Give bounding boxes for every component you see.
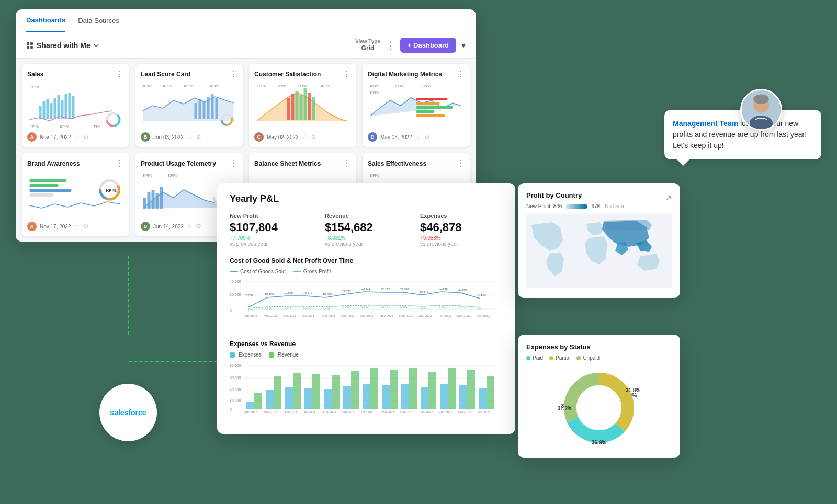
card-menu-csat[interactable]: ⋮ xyxy=(343,69,351,79)
card-date-digital: May 03, 2022 xyxy=(380,134,412,140)
star-icon-sales[interactable]: ☆ xyxy=(74,133,80,141)
gear-icon-digital[interactable]: ⚙ xyxy=(424,133,430,141)
card-menu-sales-eff[interactable]: ⋮ xyxy=(456,158,465,168)
svg-rect-143 xyxy=(382,385,390,409)
paid-dot xyxy=(526,356,530,360)
card-date-lead: Jun 03, 2022 xyxy=(153,134,184,140)
card-digital-mktg: Digital Marketing Metrics ⋮ KPI% KPI% KP… xyxy=(363,64,470,147)
card-footer-sales: A Nov 17, 2022 ☆ ⚙ xyxy=(27,132,124,142)
exp-rev-chart-title: Expenses vs Revenue xyxy=(230,340,503,348)
svg-text:May-2021: May-2021 xyxy=(264,410,278,413)
expand-icon[interactable]: ↗ xyxy=(665,193,672,202)
svg-rect-55 xyxy=(416,110,435,113)
mini-chart-lead: KPI% KPI% KPI% KPI% xyxy=(141,82,237,129)
gear-icon-product[interactable]: ⚙ xyxy=(196,223,201,230)
svg-rect-72 xyxy=(160,187,163,209)
avatar-sales: A xyxy=(27,132,37,142)
card-customer-sat: Customer Satisfaction ⋮ KPI% KPI% KPI% K… xyxy=(249,64,356,147)
svg-rect-158 xyxy=(428,372,436,409)
card-date-brand: Nov 17, 2022 xyxy=(40,224,71,230)
connector-vertical xyxy=(128,256,129,335)
gear-icon-brand[interactable]: ⚙ xyxy=(83,223,89,230)
card-footer-lead: B Jun 03, 2022 ☆ ⚙ xyxy=(141,132,237,142)
gear-icon-csat[interactable]: ⚙ xyxy=(311,133,316,141)
pnl-title: Yearly P&L xyxy=(230,193,503,204)
svg-rect-60 xyxy=(30,193,53,197)
svg-text:0: 0 xyxy=(230,308,232,312)
svg-text:Aug-2021: Aug-2021 xyxy=(322,314,336,317)
bubble-author: Management Team xyxy=(673,119,738,128)
svg-rect-12 xyxy=(65,94,67,119)
svg-rect-11 xyxy=(61,100,64,119)
svg-text:5,003: 5,003 xyxy=(303,306,311,310)
country-panel: Profit by Country ↗ New Profit: 846 67K … xyxy=(518,183,680,298)
svg-rect-42 xyxy=(296,91,299,120)
svg-rect-140 xyxy=(324,389,332,409)
svg-text:Nov-2021: Nov-2021 xyxy=(381,410,395,413)
star-icon-lead[interactable]: ☆ xyxy=(187,133,193,141)
svg-text:31.2%: 31.2% xyxy=(558,406,572,411)
avatar-svg xyxy=(742,89,781,131)
svg-text:Mar-2022: Mar-2022 xyxy=(457,314,471,317)
donut-legend: Paid Partial Unpaid xyxy=(526,355,672,361)
svg-rect-149 xyxy=(254,393,262,409)
svg-rect-31 xyxy=(216,98,218,119)
svg-text:5,801: 5,801 xyxy=(400,305,408,308)
tab-data-sources[interactable]: Data Sources xyxy=(78,9,119,32)
svg-rect-28 xyxy=(203,101,206,119)
star-icon-brand[interactable]: ☆ xyxy=(74,223,80,230)
svg-rect-157 xyxy=(409,368,417,409)
svg-text:Feb-2022: Feb-2022 xyxy=(438,314,451,317)
svg-rect-146 xyxy=(440,384,448,409)
svg-rect-30 xyxy=(211,94,214,119)
avatar-product: B xyxy=(141,222,150,231)
svg-text:80,000: 80,000 xyxy=(230,364,241,368)
svg-text:KPI%: KPI% xyxy=(395,84,405,88)
svg-rect-161 xyxy=(487,376,494,409)
svg-text:Nov-2021: Nov-2021 xyxy=(380,314,394,317)
card-menu-brand[interactable]: ⋮ xyxy=(116,158,124,168)
card-menu-sales[interactable]: ⋮ xyxy=(116,69,124,79)
svg-text:Jan-2022: Jan-2022 xyxy=(420,410,433,413)
connector-horizontal xyxy=(129,361,218,362)
card-menu-lead[interactable]: ⋮ xyxy=(229,69,237,79)
partial-dot xyxy=(549,356,553,360)
svg-rect-175 xyxy=(566,204,587,209)
star-icon-product[interactable]: ☆ xyxy=(187,223,193,230)
star-icon-digital[interactable]: ☆ xyxy=(415,133,421,141)
shared-with-me[interactable]: Shared with Me xyxy=(26,41,99,50)
card-menu-balance[interactable]: ⋮ xyxy=(343,158,351,168)
legend-max: 67K xyxy=(591,203,601,209)
gear-icon-sales[interactable]: ⚙ xyxy=(83,133,89,141)
more-options-icon[interactable]: ⋮ xyxy=(386,40,395,51)
shared-label-text: Shared with Me xyxy=(37,41,91,50)
toolbar: Shared with Me View Type Grid ⋮ + Dashbo… xyxy=(16,32,476,59)
legend-new-profit: New Profit: 846 xyxy=(526,203,562,209)
svg-rect-40 xyxy=(287,98,290,120)
svg-rect-154 xyxy=(351,371,359,409)
view-type[interactable]: View Type Grid xyxy=(355,39,380,52)
card-menu-product[interactable]: ⋮ xyxy=(229,158,237,168)
svg-text:7,868: 7,868 xyxy=(245,294,253,297)
svg-text:19,572: 19,572 xyxy=(303,291,312,294)
card-menu-digital[interactable]: ⋮ xyxy=(456,69,465,79)
pnl-panel: Yearly P&L New Profit $107,804 +7.709% v… xyxy=(217,183,515,434)
svg-text:5,613: 5,613 xyxy=(361,305,369,308)
svg-text:1,935: 1,935 xyxy=(245,308,253,312)
svg-text:19,659: 19,659 xyxy=(284,291,293,294)
filter-icon[interactable]: ▾ xyxy=(461,40,466,50)
svg-text:14,573: 14,573 xyxy=(477,293,486,296)
star-icon-csat[interactable]: ☆ xyxy=(302,133,308,141)
card-brand-aware: Brand Awareness ⋮ KPI% xyxy=(22,153,129,236)
svg-rect-139 xyxy=(304,388,312,409)
svg-rect-71 xyxy=(156,193,159,209)
gear-icon-lead[interactable]: ⚙ xyxy=(196,133,201,141)
mini-chart-sales: KPI% xyxy=(27,82,124,129)
expenses-panel: Expenses by Status Paid Partial Unpaid xyxy=(518,335,680,458)
svg-rect-5 xyxy=(39,106,42,119)
tab-dashboards[interactable]: Dashboards xyxy=(26,9,65,32)
svg-rect-148 xyxy=(479,388,487,409)
add-dashboard-button[interactable]: + Dashboard xyxy=(400,38,456,53)
svg-text:KPI%: KPI% xyxy=(143,174,153,177)
card-date-product: Jun 14, 2022 xyxy=(153,224,184,230)
